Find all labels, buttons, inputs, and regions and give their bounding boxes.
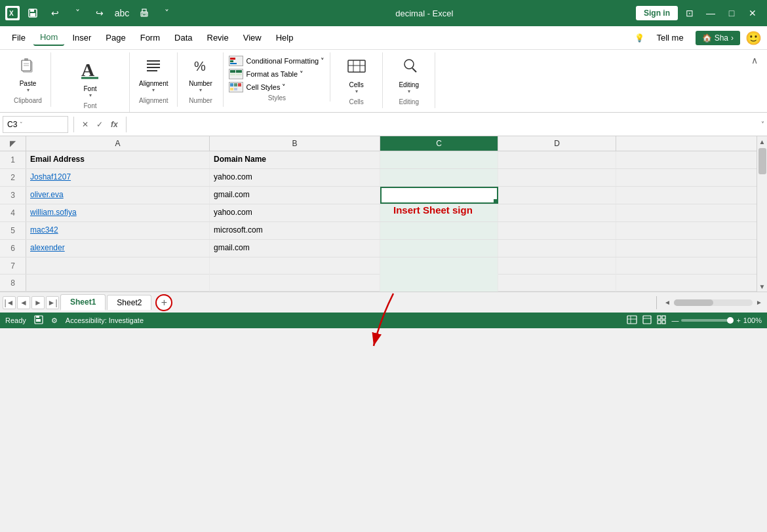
cell-c4[interactable]: Insert Sheet sign [380,204,498,221]
cell-a7[interactable] [26,257,210,275]
name-box[interactable]: C3 ˅ [3,116,68,133]
cell-b5[interactable]: microsoft.com [210,222,380,239]
cell-d8[interactable] [498,275,616,292]
tab-nav-first[interactable]: |◄ [3,296,16,309]
sign-in-button[interactable]: Sign in [636,6,678,20]
cell-d4[interactable] [498,204,616,221]
cell-a1[interactable]: Email Address [26,151,210,168]
cell-a3[interactable]: oliver.eva [26,187,210,204]
editing-dropdown-arrow[interactable]: ▾ [408,88,410,94]
menu-review[interactable]: Revie [201,30,235,45]
conditional-formatting-button[interactable]: Conditional Formatting ˅ [227,55,326,67]
menu-home[interactable]: Hom [33,29,64,46]
cell-c6[interactable] [380,240,498,257]
number-dropdown-arrow[interactable]: ▾ [199,87,202,93]
tab-nav-next[interactable]: ► [31,296,45,309]
share-button[interactable]: 🏠 Sha › [696,31,740,45]
h-scroll-track[interactable] [674,299,753,306]
tab-nav-last[interactable]: ►| [46,296,59,309]
cell-c7[interactable] [380,257,498,275]
row-num-2[interactable]: 2 [0,169,26,186]
col-header-a[interactable]: A [26,136,210,151]
col-header-b[interactable]: B [210,136,380,151]
cell-d1[interactable] [498,151,616,168]
row-num-4[interactable]: 4 [0,204,26,221]
zoom-thumb[interactable] [727,317,734,324]
cell-c3[interactable] [380,187,498,204]
number-button[interactable]: % Number ▾ [186,55,215,94]
row-num-1[interactable]: 1 [0,151,26,168]
sheet-tab-1[interactable]: Sheet1 [60,294,106,311]
paste-dropdown-arrow[interactable]: ▾ [27,87,30,93]
minimize-button[interactable]: — [701,4,720,22]
row-num-5[interactable]: 5 [0,222,26,239]
font-button[interactable]: A Font ▾ [77,55,104,100]
save-button[interactable] [24,4,42,22]
close-button[interactable]: ✕ [743,4,762,22]
tell-me-box[interactable]: Tell me [650,30,690,45]
cells-dropdown-arrow[interactable]: ▾ [355,88,358,94]
alignment-dropdown-arrow[interactable]: ▾ [152,87,155,93]
redo-button[interactable]: ↪ [90,4,109,22]
menu-help[interactable]: Help [269,30,300,45]
maximize-button[interactable]: □ [722,4,741,22]
zoom-plus[interactable]: + [736,316,740,324]
cancel-icon[interactable]: ✕ [79,119,91,130]
undo-dropdown[interactable]: ˅ [68,4,87,22]
cell-d6[interactable] [498,240,616,257]
cell-b1[interactable]: Domain Name [210,151,380,168]
scroll-down-arrow[interactable]: ▼ [757,281,768,292]
restore-button[interactable]: ⊡ [680,4,699,22]
menu-file[interactable]: File [5,30,32,45]
cell-c2[interactable] [380,169,498,186]
formula-bar-dropdown[interactable]: ˅ [761,121,764,128]
abc-button[interactable]: abc [113,4,131,22]
horizontal-scrollbar[interactable]: ◄ ► [662,297,764,308]
cell-b4[interactable]: yahoo.com [210,204,380,221]
editing-button[interactable]: Editing ▾ [396,55,422,96]
view-page-break-icon[interactable] [657,315,666,326]
cell-d3[interactable] [498,187,616,204]
cell-a6[interactable]: alexender [26,240,210,257]
cell-b3[interactable]: gmail.com [210,187,380,204]
customize-btn[interactable]: ˅ [157,4,176,22]
cell-d5[interactable] [498,222,616,239]
ribbon-collapse-button[interactable]: ∧ [747,52,762,68]
vertical-scrollbar[interactable]: ▲ ▼ [757,136,767,292]
zoom-minus[interactable]: — [671,316,678,324]
row-num-6[interactable]: 6 [0,240,26,257]
add-sheet-button[interactable]: + [155,294,172,311]
print-button[interactable] [135,4,153,22]
menu-data[interactable]: Data [168,30,199,45]
cell-b7[interactable] [210,257,380,275]
cell-a4[interactable]: william.sofiya [26,204,210,221]
cell-c1[interactable] [380,151,498,168]
format-as-table-button[interactable]: Format as Table ˅ [227,68,326,80]
cell-a8[interactable] [26,275,210,292]
tab-nav-prev[interactable]: ◄ [17,296,30,309]
menu-insert[interactable]: Inser [66,30,98,45]
row-num-7[interactable]: 7 [0,257,26,274]
undo-button[interactable]: ↩ [46,4,64,22]
menu-page[interactable]: Page [99,30,132,45]
cell-b8[interactable] [210,275,380,292]
formula-input[interactable] [132,116,756,133]
cell-d2[interactable] [498,169,616,186]
cell-b6[interactable]: gmail.com [210,240,380,257]
h-scroll-left[interactable]: ◄ [662,297,673,308]
menu-form[interactable]: Form [134,30,167,45]
col-header-c[interactable]: C [380,136,498,151]
name-box-dropdown[interactable]: ˅ [20,121,23,128]
select-all-button[interactable]: ◤ [0,136,26,151]
feedback-icon[interactable]: 🙂 [745,30,762,46]
zoom-slider[interactable] [681,319,734,322]
fx-icon[interactable]: fx [108,119,121,130]
row-num-3[interactable]: 3 [0,187,26,204]
paste-button[interactable]: Paste ▾ [15,55,41,94]
fill-handle[interactable] [494,199,497,202]
cell-b2[interactable]: yahoo.com [210,169,380,186]
scroll-thumb[interactable] [758,148,766,174]
menu-view[interactable]: View [237,30,268,45]
cell-d7[interactable] [498,257,616,275]
sheet-tab-2[interactable]: Sheet2 [107,295,151,310]
